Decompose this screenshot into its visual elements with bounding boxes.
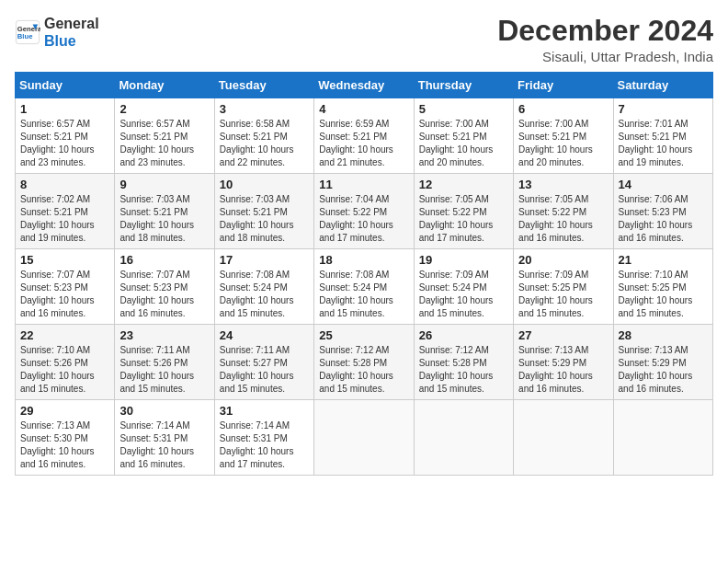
day-info: Sunrise: 7:03 AMSunset: 5:21 PMDaylight:… bbox=[119, 193, 209, 245]
day-cell: 15Sunrise: 7:07 AMSunset: 5:23 PMDayligh… bbox=[16, 249, 115, 325]
day-number: 17 bbox=[220, 253, 309, 267]
week-row-3: 15Sunrise: 7:07 AMSunset: 5:23 PMDayligh… bbox=[16, 249, 713, 325]
day-number: 31 bbox=[220, 404, 309, 418]
day-cell: 16Sunrise: 7:07 AMSunset: 5:23 PMDayligh… bbox=[115, 249, 214, 325]
day-info: Sunrise: 7:10 AMSunset: 5:26 PMDaylight:… bbox=[20, 344, 109, 396]
day-number: 29 bbox=[20, 404, 109, 418]
weekday-header-row: SundayMondayTuesdayWednesdayThursdayFrid… bbox=[16, 73, 713, 98]
day-info: Sunrise: 7:07 AMSunset: 5:23 PMDaylight:… bbox=[119, 269, 209, 320]
day-info: Sunrise: 7:02 AMSunset: 5:21 PMDaylight:… bbox=[20, 193, 109, 245]
day-info: Sunrise: 7:09 AMSunset: 5:24 PMDaylight:… bbox=[419, 269, 508, 320]
day-cell: 6Sunrise: 7:00 AMSunset: 5:21 PMDaylight… bbox=[514, 98, 613, 174]
day-cell: 10Sunrise: 7:03 AMSunset: 5:21 PMDayligh… bbox=[214, 174, 313, 249]
calendar-table: SundayMondayTuesdayWednesdayThursdayFrid… bbox=[15, 72, 713, 476]
day-number: 11 bbox=[319, 178, 408, 191]
day-info: Sunrise: 7:12 AMSunset: 5:28 PMDaylight:… bbox=[319, 344, 408, 396]
day-number: 28 bbox=[619, 328, 708, 342]
page-header: General Blue General Blue December 2024 … bbox=[15, 15, 713, 64]
day-info: Sunrise: 7:14 AMSunset: 5:31 PMDaylight:… bbox=[220, 419, 309, 471]
day-number: 7 bbox=[619, 102, 708, 116]
weekday-sunday: Sunday bbox=[16, 73, 115, 98]
day-number: 24 bbox=[220, 328, 309, 342]
day-number: 15 bbox=[20, 253, 109, 267]
day-info: Sunrise: 7:06 AMSunset: 5:23 PMDaylight:… bbox=[619, 193, 708, 245]
day-cell: 23Sunrise: 7:11 AMSunset: 5:26 PMDayligh… bbox=[115, 325, 214, 400]
day-cell: 25Sunrise: 7:12 AMSunset: 5:28 PMDayligh… bbox=[314, 325, 414, 400]
week-row-5: 29Sunrise: 7:13 AMSunset: 5:30 PMDayligh… bbox=[16, 400, 713, 476]
day-number: 16 bbox=[119, 253, 209, 267]
day-number: 25 bbox=[319, 328, 408, 342]
weekday-friday: Friday bbox=[514, 73, 613, 98]
day-cell: 11Sunrise: 7:04 AMSunset: 5:22 PMDayligh… bbox=[314, 174, 414, 249]
day-info: Sunrise: 7:08 AMSunset: 5:24 PMDaylight:… bbox=[319, 269, 408, 320]
day-info: Sunrise: 7:08 AMSunset: 5:24 PMDaylight:… bbox=[220, 269, 309, 320]
day-cell: 30Sunrise: 7:14 AMSunset: 5:31 PMDayligh… bbox=[115, 400, 214, 476]
day-info: Sunrise: 7:09 AMSunset: 5:25 PMDaylight:… bbox=[518, 269, 608, 320]
day-number: 23 bbox=[119, 328, 209, 342]
day-number: 27 bbox=[518, 328, 608, 342]
day-cell: 28Sunrise: 7:13 AMSunset: 5:29 PMDayligh… bbox=[613, 325, 712, 400]
day-cell: 26Sunrise: 7:12 AMSunset: 5:28 PMDayligh… bbox=[414, 325, 513, 400]
weekday-thursday: Thursday bbox=[414, 73, 513, 98]
day-cell: 7Sunrise: 7:01 AMSunset: 5:21 PMDaylight… bbox=[613, 98, 712, 174]
day-cell: 5Sunrise: 7:00 AMSunset: 5:21 PMDaylight… bbox=[414, 98, 513, 174]
day-cell: 20Sunrise: 7:09 AMSunset: 5:25 PMDayligh… bbox=[514, 249, 613, 325]
day-cell: 18Sunrise: 7:08 AMSunset: 5:24 PMDayligh… bbox=[314, 249, 414, 325]
day-info: Sunrise: 7:13 AMSunset: 5:29 PMDaylight:… bbox=[619, 344, 708, 396]
day-info: Sunrise: 7:00 AMSunset: 5:21 PMDaylight:… bbox=[419, 118, 508, 169]
day-number: 2 bbox=[119, 102, 209, 116]
day-cell: 4Sunrise: 6:59 AMSunset: 5:21 PMDaylight… bbox=[314, 98, 414, 174]
day-cell bbox=[414, 400, 513, 476]
day-cell: 19Sunrise: 7:09 AMSunset: 5:24 PMDayligh… bbox=[414, 249, 513, 325]
day-number: 30 bbox=[119, 404, 209, 418]
day-info: Sunrise: 7:11 AMSunset: 5:27 PMDaylight:… bbox=[220, 344, 309, 396]
day-number: 8 bbox=[20, 178, 109, 191]
day-info: Sunrise: 7:01 AMSunset: 5:21 PMDaylight:… bbox=[619, 118, 708, 169]
day-number: 13 bbox=[518, 178, 608, 191]
day-info: Sunrise: 7:13 AMSunset: 5:30 PMDaylight:… bbox=[20, 419, 109, 471]
day-info: Sunrise: 7:04 AMSunset: 5:22 PMDaylight:… bbox=[319, 193, 408, 245]
weekday-wednesday: Wednesday bbox=[314, 73, 414, 98]
week-row-2: 8Sunrise: 7:02 AMSunset: 5:21 PMDaylight… bbox=[16, 174, 713, 249]
day-number: 21 bbox=[619, 253, 708, 267]
day-number: 26 bbox=[419, 328, 508, 342]
day-cell: 27Sunrise: 7:13 AMSunset: 5:29 PMDayligh… bbox=[514, 325, 613, 400]
logo-icon: General Blue bbox=[15, 19, 40, 45]
logo-text-general: General bbox=[44, 15, 99, 32]
day-number: 10 bbox=[220, 178, 309, 191]
day-number: 1 bbox=[20, 102, 109, 116]
day-number: 3 bbox=[220, 102, 309, 116]
day-number: 5 bbox=[419, 102, 508, 116]
day-cell: 13Sunrise: 7:05 AMSunset: 5:22 PMDayligh… bbox=[514, 174, 613, 249]
day-info: Sunrise: 7:13 AMSunset: 5:29 PMDaylight:… bbox=[518, 344, 608, 396]
day-cell: 8Sunrise: 7:02 AMSunset: 5:21 PMDaylight… bbox=[16, 174, 115, 249]
day-cell: 17Sunrise: 7:08 AMSunset: 5:24 PMDayligh… bbox=[214, 249, 313, 325]
day-cell: 12Sunrise: 7:05 AMSunset: 5:22 PMDayligh… bbox=[414, 174, 513, 249]
day-info: Sunrise: 7:12 AMSunset: 5:28 PMDaylight:… bbox=[419, 344, 508, 396]
day-number: 12 bbox=[419, 178, 508, 191]
day-cell bbox=[314, 400, 414, 476]
day-cell: 21Sunrise: 7:10 AMSunset: 5:25 PMDayligh… bbox=[613, 249, 712, 325]
day-info: Sunrise: 7:05 AMSunset: 5:22 PMDaylight:… bbox=[419, 193, 508, 245]
day-number: 18 bbox=[319, 253, 408, 267]
day-cell: 29Sunrise: 7:13 AMSunset: 5:30 PMDayligh… bbox=[16, 400, 115, 476]
day-cell bbox=[613, 400, 712, 476]
calendar-title: December 2024 bbox=[497, 15, 713, 47]
calendar-subtitle: Sisauli, Uttar Pradesh, India bbox=[497, 49, 713, 64]
calendar-body: 1Sunrise: 6:57 AMSunset: 5:21 PMDaylight… bbox=[16, 98, 713, 476]
weekday-saturday: Saturday bbox=[613, 73, 712, 98]
day-number: 14 bbox=[619, 178, 708, 191]
day-cell: 31Sunrise: 7:14 AMSunset: 5:31 PMDayligh… bbox=[214, 400, 313, 476]
day-info: Sunrise: 7:14 AMSunset: 5:31 PMDaylight:… bbox=[119, 419, 209, 471]
logo-text-blue: Blue bbox=[44, 32, 99, 50]
day-cell: 14Sunrise: 7:06 AMSunset: 5:23 PMDayligh… bbox=[613, 174, 712, 249]
day-cell: 2Sunrise: 6:57 AMSunset: 5:21 PMDaylight… bbox=[115, 98, 214, 174]
day-number: 9 bbox=[119, 178, 209, 191]
day-info: Sunrise: 6:59 AMSunset: 5:21 PMDaylight:… bbox=[319, 118, 408, 169]
day-number: 20 bbox=[518, 253, 608, 267]
day-number: 6 bbox=[518, 102, 608, 116]
week-row-1: 1Sunrise: 6:57 AMSunset: 5:21 PMDaylight… bbox=[16, 98, 713, 174]
day-info: Sunrise: 7:00 AMSunset: 5:21 PMDaylight:… bbox=[518, 118, 608, 169]
day-info: Sunrise: 7:11 AMSunset: 5:26 PMDaylight:… bbox=[119, 344, 209, 396]
day-info: Sunrise: 6:58 AMSunset: 5:21 PMDaylight:… bbox=[220, 118, 309, 169]
